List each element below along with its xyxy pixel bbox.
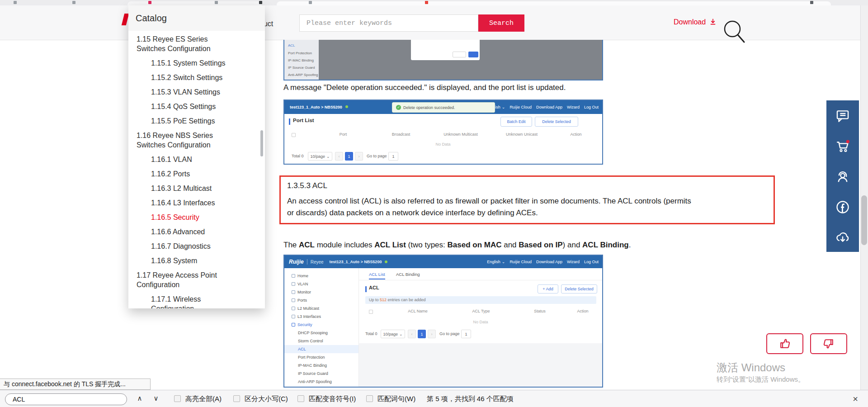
find-previous-button[interactable]: ∧ [134,393,146,404]
shot2-total: Total 0 [292,154,304,158]
catalog-item[interactable]: 1.16.3 L2 Multicast [151,184,241,193]
catalog-item[interactable]: 1.16 Reyee NBS Series Switches Configura… [137,131,222,150]
catalog-item[interactable]: 1.17.1 Wireless Configuration [151,294,241,308]
catalog-item[interactable]: 1.15 Reyee ES Series Switches Configurat… [137,34,222,53]
match-diacritics-label[interactable]: 匹配变音符号(I) [309,390,356,407]
catalog-item[interactable]: 1.16.6 Advanced [151,227,241,237]
catalog-scrollbar-thumb[interactable] [260,130,263,156]
shot3-delete-selected-button: Delete Selected [561,284,597,293]
keyword-search-field[interactable] [299,14,478,32]
shot3-col-status: Status [534,309,546,313]
browser-tab-strip[interactable] [0,0,868,5]
catalog-item[interactable]: 1.16.1 VLAN [151,155,241,164]
shot2-no-data: No Data [435,142,450,147]
doc-screenshot-dim-overlay[interactable]: ACL Port Protection IP-MAC Binding IP So… [283,40,603,80]
l3-interfaces-icon [292,315,295,318]
doc-caption: A message "Delete operation succeeded." … [283,83,566,92]
l2-multicast-icon [292,307,295,310]
shot3-prev-page: ‹ [408,330,416,338]
whole-words-checkbox[interactable] [366,395,373,402]
shot3-menu-monitor: Monitor [284,288,359,296]
shot3-menu-vlan: VLAN [284,280,359,288]
facebook-icon[interactable] [835,199,850,215]
download-link[interactable]: Download [674,18,717,27]
catalog-item[interactable]: 1.16.7 Diagnostics [151,241,241,251]
ruijie-logo: Ruijie [289,259,304,265]
success-check-icon: ✓ [396,105,401,110]
shot1-modal-cancel-button [453,52,466,57]
page-root: duct Search Download ACL Port Protection… [0,0,868,407]
shot3-link-log-out: Log Out [584,260,599,264]
whole-words-label[interactable]: 匹配词句(W) [377,390,415,407]
tab-favicon [425,1,428,4]
shot2-toast-text: Delete operation succeeded. [403,105,455,110]
shot1-menu-acl: ACL [288,43,295,47]
shot2-link-download-app: Download App [536,105,562,109]
download-arrow-icon [708,18,717,27]
cart-icon[interactable] [835,138,850,154]
shot2-link-ruijie-cloud: Ruijie Cloud [509,105,532,109]
shot2-col-port: Port [340,132,347,137]
find-next-button[interactable]: ∨ [150,393,162,404]
catalog-item[interactable]: 1.15.1 System Settings [151,58,241,68]
catalog-title: Catalog [128,5,265,31]
catalog-item[interactable]: 1.15.2 Switch Settings [151,73,241,82]
shot2-col-broadcast: Broadcast [392,132,410,137]
acl-module-paragraph: The ACL module includes ACL List (two ty… [283,241,631,250]
shot3-next-page: › [428,330,436,338]
thumbs-up-button[interactable] [766,333,803,354]
highlight-all-checkbox[interactable] [174,395,181,402]
thumb-up-icon [778,337,792,350]
find-match-status: 第 5 项，共找到 46 个匹配项 [427,390,514,407]
thumbs-down-button[interactable] [810,333,847,354]
shot2-next-page: › [355,152,363,161]
match-case-label[interactable]: 区分大小写(C) [245,390,288,407]
shot3-status-dot [385,260,387,263]
match-diacritics-checkbox[interactable] [297,395,304,402]
tab-favicon [72,1,75,4]
shot3-link-ruijie-cloud: Ruijie Cloud [509,260,532,264]
cart-badge-dot [846,140,849,143]
highlight-all-label[interactable]: 高亮全部(A) [185,390,222,407]
doc-screenshot-port-list[interactable]: test123_1_Auto > NBS5200 English⌄ Ruijie… [283,99,603,165]
catalog-item[interactable]: 1.15.5 PoE Settings [151,116,241,126]
catalog-item[interactable]: 1.15.4 QoS Settings [151,102,241,111]
catalog-list: 1.15 Reyee ES Series Switches Configurat… [128,31,265,308]
doc-screenshot-acl[interactable]: Ruijie Reyee test123_1_Auto > NBS5200 En… [283,255,603,388]
page-scrollbar-thumb[interactable] [861,195,867,245]
shot2-batch-edit-button: Batch Edit [500,117,532,127]
tab-favicon [148,1,151,4]
support-agent-icon[interactable] [835,169,850,185]
shot3-menu-ports: Ports [284,296,359,304]
match-case-checkbox[interactable] [233,395,240,402]
feedback-comment-icon[interactable] [835,108,850,123]
shot3-menu-l2-multicast: L2 Multicast [284,304,359,312]
catalog-item-active[interactable]: 1.16.5 Security [151,213,241,222]
shot2-col-unknown-multicast: Unknown Multicast [443,132,478,137]
shot2-status-dot [345,105,348,108]
shot3-submenu-dhcp-snooping: DHCP Snooping [284,329,359,337]
shot2-body: Port List Batch Edit Delete Selected Por… [284,114,602,164]
find-input[interactable] [5,393,127,405]
shot3-add-button: + Add [538,284,558,293]
browser-status-text: 与 connect.facebook.net 的 TLS 握手完成... [0,379,151,390]
search-input[interactable] [300,15,478,31]
shot3-title: ACL [369,285,379,290]
catalog-item[interactable]: 1.16.2 Ports [151,169,241,179]
catalog-item[interactable]: 1.16.4 L3 Interfaces [151,198,241,208]
shot3-page-1: 1 [418,330,426,338]
tab-favicon [309,1,312,4]
cloud-download-icon[interactable] [835,230,850,245]
logo-divider [307,259,307,265]
browser-find-bar: ∧ ∨ 高亮全部(A) 区分大小写(C) 匹配变音符号(I) 匹配词句(W) 第… [0,390,868,407]
shot3-link-english: English⌄ [487,260,505,264]
find-close-button[interactable]: × [848,392,863,406]
catalog-item[interactable]: 1.16.8 System [151,256,241,265]
search-button[interactable]: Search [478,14,524,32]
catalog-item[interactable]: 1.15.3 VLAN Settings [151,87,241,97]
shot2-breadcrumb: test123_1_Auto > NBS5200 [290,100,342,114]
shot3-submenu-storm-control: Storm Control [284,337,359,345]
shot1-menu-ip-mac-binding: IP-MAC Binding [288,58,314,62]
catalog-item[interactable]: 1.17 Reyee Access Point Configuration [137,270,222,289]
magnifier-icon [722,18,749,45]
